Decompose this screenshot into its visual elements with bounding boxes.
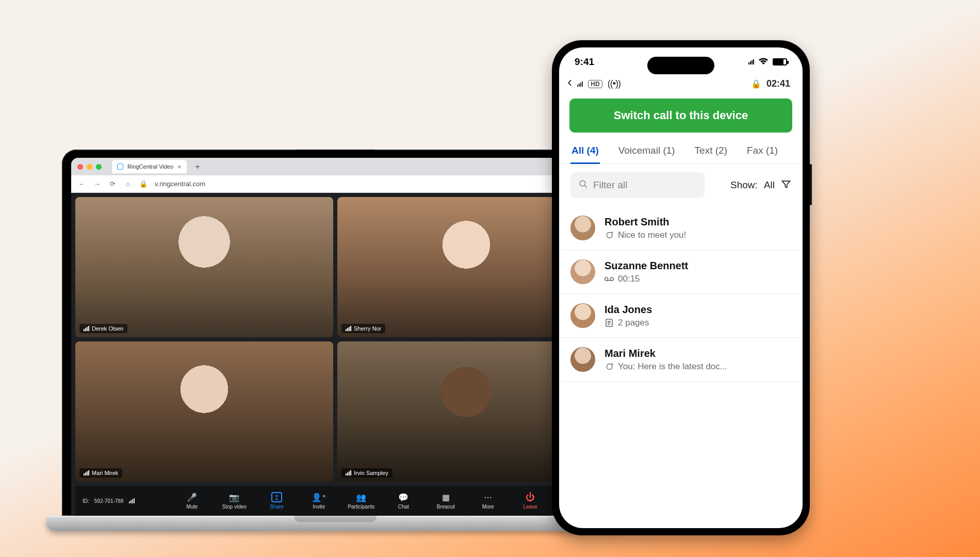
- signal-icon: [346, 470, 351, 476]
- nav-back-icon[interactable]: ←: [77, 180, 86, 188]
- more-button[interactable]: ⋯ More: [472, 492, 503, 510]
- signal-icon: [84, 470, 89, 476]
- switch-call-button[interactable]: Switch call to this device: [569, 99, 792, 133]
- tab-label: Voicemail (1): [618, 145, 675, 156]
- search-icon: [579, 179, 588, 191]
- voicemail-icon: [605, 276, 614, 282]
- stop-video-button[interactable]: 📷 Stop video: [219, 492, 250, 510]
- list-item[interactable]: Ida Jones 2 pages: [559, 294, 803, 338]
- laptop-device: RingCentral Video × ＋ ← → ⟳ ⌂ 🔒 v.ringce…: [62, 150, 609, 531]
- list-item[interactable]: Robert Smith Nice to meet you!: [559, 206, 803, 250]
- tab-voicemail[interactable]: Voicemail (1): [617, 140, 676, 163]
- switch-call-label: Switch call to this device: [614, 109, 748, 122]
- chat-bubble-icon: [605, 363, 614, 371]
- preview-text: You: Here is the latest doc...: [618, 362, 727, 372]
- signal-icon: [346, 326, 351, 331]
- leave-button[interactable]: ⏻ Leave: [515, 492, 546, 510]
- inbox-tabs: All (4) Voicemail (1) Text (2) Fax (1): [559, 140, 803, 164]
- control-label: Invite: [313, 504, 325, 510]
- call-context-bar: HD ((•)) 🔒 02:41: [559, 76, 803, 93]
- participant-tile[interactable]: Derek Olsen: [75, 197, 333, 337]
- browser-tabbar: RingCentral Video × ＋: [71, 158, 599, 175]
- inbox-list: Robert Smith Nice to meet you! Suzanne B…: [559, 206, 803, 528]
- show-value: All: [764, 179, 775, 191]
- contact-name: Robert Smith: [605, 216, 686, 228]
- list-item[interactable]: Mari Mirek You: Here is the latest doc..…: [559, 338, 803, 382]
- show-label: Show:: [730, 179, 758, 191]
- invite-button[interactable]: 👤⁺ Invite: [303, 492, 334, 510]
- avatar: [570, 259, 595, 284]
- preview-text: 00:15: [618, 274, 640, 284]
- preview-text: 2 pages: [618, 318, 649, 328]
- phone-device: 9:41 HD ((•)) 🔒 02:41 Switch cal: [552, 40, 810, 535]
- mute-button[interactable]: 🎤 Mute: [176, 492, 207, 510]
- show-filter[interactable]: Show: All: [730, 179, 791, 192]
- tab-fax[interactable]: Fax (1): [746, 140, 779, 163]
- participant-name: Sherry Nor: [354, 325, 381, 332]
- more-icon: ⋯: [484, 492, 492, 502]
- tab-label: All (4): [571, 145, 599, 156]
- browser-tab[interactable]: RingCentral Video ×: [112, 160, 187, 173]
- participant-name: Derek Olsen: [92, 325, 123, 332]
- dynamic-island: [647, 57, 714, 74]
- call-timer: 02:41: [766, 78, 790, 89]
- chat-button[interactable]: 💬 Chat: [388, 492, 419, 510]
- browser-window: RingCentral Video × ＋ ← → ⟳ ⌂ 🔒 v.ringce…: [71, 158, 599, 516]
- microphone-icon: 🎤: [187, 492, 197, 502]
- tab-text[interactable]: Text (2): [694, 140, 728, 163]
- contact-name: Suzanne Bennett: [605, 260, 688, 272]
- battery-icon: [773, 58, 787, 65]
- maximize-window-icon[interactable]: [96, 164, 102, 170]
- control-label: More: [482, 504, 494, 510]
- nav-forward-icon[interactable]: →: [93, 180, 101, 188]
- fax-page-icon: [605, 319, 614, 327]
- filter-input[interactable]: Filter all: [570, 172, 705, 198]
- minimize-window-icon[interactable]: [87, 164, 92, 170]
- control-label: Stop video: [222, 504, 247, 510]
- contact-name: Mari Mirek: [605, 348, 727, 359]
- svg-line-1: [584, 185, 587, 188]
- avatar: [570, 303, 595, 328]
- url-text[interactable]: v.ringcentral.com: [155, 180, 205, 188]
- control-label: Chat: [398, 504, 409, 510]
- new-tab-button[interactable]: ＋: [192, 161, 203, 172]
- participant-name: Mari Mirek: [92, 470, 118, 476]
- control-label: Mute: [186, 504, 198, 510]
- invite-icon: 👤⁺: [312, 492, 326, 502]
- share-button[interactable]: ↥ Share: [261, 492, 292, 510]
- tab-favicon: [117, 163, 123, 170]
- cellular-icon: [748, 59, 754, 64]
- participant-tile[interactable]: Mari Mirek: [75, 341, 333, 482]
- svg-point-0: [580, 181, 585, 186]
- participant-nametag: Sherry Nor: [341, 324, 385, 333]
- meeting-id: 592-701-788: [94, 498, 124, 504]
- tab-all[interactable]: All (4): [570, 140, 600, 163]
- breakout-icon: ▦: [442, 492, 450, 502]
- close-window-icon[interactable]: [77, 164, 83, 170]
- laptop-base: [46, 516, 624, 531]
- meeting-id-label: ID:: [83, 498, 89, 504]
- participants-button[interactable]: 👥 Participants: [346, 492, 377, 510]
- tab-title: RingCentral Video: [127, 163, 173, 170]
- chat-bubble-icon: [605, 231, 614, 239]
- browser-address-bar: ← → ⟳ ⌂ 🔒 v.ringcentral.com: [71, 175, 599, 193]
- chat-icon: 💬: [398, 492, 409, 502]
- close-tab-icon[interactable]: ×: [177, 163, 182, 170]
- nav-reload-icon[interactable]: ⟳: [108, 180, 117, 188]
- meeting-controls: ID: 592-701-788 🎤 Mute 📷 Stop video: [75, 486, 595, 516]
- breakout-button[interactable]: ▦ Breaout: [430, 492, 461, 510]
- lock-icon: 🔒: [751, 79, 761, 89]
- participant-nametag: Derek Olsen: [79, 324, 127, 333]
- camera-icon: 📷: [229, 492, 239, 502]
- back-icon[interactable]: [567, 78, 572, 89]
- hd-badge: HD: [588, 80, 602, 88]
- nav-home-icon[interactable]: ⌂: [124, 180, 132, 188]
- control-label: Breaout: [437, 504, 455, 510]
- filter-row: Filter all Show: All: [559, 164, 803, 206]
- participant-nametag: Irvin Sampley: [341, 468, 393, 478]
- status-time: 9:41: [575, 56, 594, 68]
- signal-icon: [84, 326, 89, 331]
- signal-icon: [577, 81, 583, 87]
- list-item[interactable]: Suzanne Bennett 00:15: [559, 250, 803, 294]
- laptop-notch: [297, 150, 374, 158]
